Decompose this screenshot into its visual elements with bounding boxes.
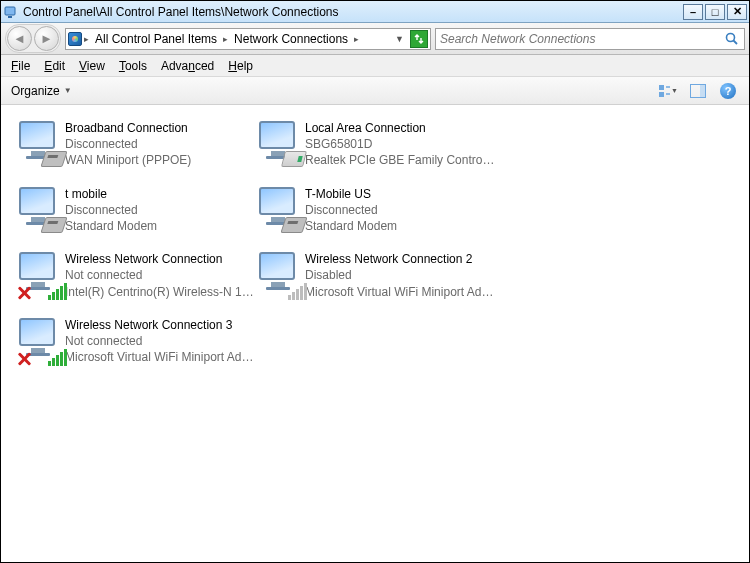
- connection-item[interactable]: Wireless Network Connection 3Not connect…: [17, 316, 257, 366]
- connection-name: Local Area Connection: [305, 120, 495, 136]
- connection-item[interactable]: Broadband ConnectionDisconnectedWAN Mini…: [17, 119, 257, 169]
- connection-item[interactable]: T-Mobile USDisconnectedStandard Modem: [257, 185, 497, 235]
- svg-rect-1: [8, 16, 12, 18]
- connection-status: Disconnected: [305, 202, 397, 218]
- svg-rect-9: [700, 85, 705, 97]
- connection-status: SBG65801D: [305, 136, 495, 152]
- navigation-row: ◄ ► ▸ All Control Panel Items ▸ Network …: [1, 23, 749, 55]
- command-bar: Organize ▼ ▼ ?: [1, 77, 749, 105]
- menu-file[interactable]: File: [11, 59, 30, 73]
- connection-status: Disconnected: [65, 202, 157, 218]
- window-title: Control Panel\All Control Panel Items\Ne…: [23, 5, 683, 19]
- svg-line-3: [734, 40, 738, 44]
- connection-status: Not connected: [65, 267, 255, 283]
- connection-device: Microsoft Virtual WiFi Miniport Adapt...: [65, 349, 255, 365]
- connection-name: t mobile: [65, 186, 157, 202]
- chevron-down-icon: ▼: [64, 86, 72, 95]
- connection-name: Wireless Network Connection 3: [65, 317, 255, 333]
- breadcrumb-segment[interactable]: All Control Panel Items: [91, 32, 221, 46]
- connection-device: Realtek PCIe GBE Family Controller: [305, 152, 495, 168]
- error-x-icon: [17, 352, 31, 366]
- breadcrumb-segment[interactable]: Network Connections: [230, 32, 352, 46]
- help-button[interactable]: ?: [717, 81, 739, 101]
- connection-icon: [17, 119, 65, 167]
- connection-device: Standard Modem: [65, 218, 157, 234]
- connection-status: Not connected: [65, 333, 255, 349]
- connection-icon: [17, 250, 65, 298]
- refresh-button[interactable]: [410, 30, 428, 48]
- minimize-button[interactable]: –: [683, 4, 703, 20]
- search-input[interactable]: [440, 32, 724, 46]
- connection-name: Broadband Connection: [65, 120, 191, 136]
- close-button[interactable]: ✕: [727, 4, 747, 20]
- search-box[interactable]: [435, 28, 745, 50]
- connection-item[interactable]: Wireless Network Connection 2DisabledMic…: [257, 250, 497, 300]
- organize-label: Organize: [11, 84, 60, 98]
- svg-point-2: [727, 33, 735, 41]
- svg-rect-5: [659, 92, 664, 97]
- control-panel-icon: [68, 32, 82, 46]
- maximize-button[interactable]: □: [705, 4, 725, 20]
- organize-button[interactable]: Organize ▼: [11, 84, 72, 98]
- connection-item[interactable]: Local Area ConnectionSBG65801DRealtek PC…: [257, 119, 497, 169]
- menu-tools[interactable]: Tools: [119, 59, 147, 73]
- connection-device: Intel(R) Centrino(R) Wireless-N 1000: [65, 284, 255, 300]
- menu-help[interactable]: Help: [228, 59, 253, 73]
- menu-view[interactable]: View: [79, 59, 105, 73]
- address-bar[interactable]: ▸ All Control Panel Items ▸ Network Conn…: [65, 28, 431, 50]
- connection-device: Microsoft Virtual WiFi Miniport Adapter: [305, 284, 495, 300]
- search-icon[interactable]: [724, 31, 740, 47]
- chevron-right-icon[interactable]: ▸: [221, 34, 230, 44]
- connection-name: Wireless Network Connection 2: [305, 251, 495, 267]
- connection-name: Wireless Network Connection: [65, 251, 255, 267]
- connection-device: WAN Miniport (PPPOE): [65, 152, 191, 168]
- connections-list: Broadband ConnectionDisconnectedWAN Mini…: [1, 105, 749, 387]
- connection-icon: [257, 250, 305, 298]
- connection-icon: [17, 185, 65, 233]
- menu-advanced[interactable]: Advanced: [161, 59, 214, 73]
- back-button[interactable]: ◄: [7, 26, 32, 51]
- connection-icon: [257, 119, 305, 167]
- menu-bar: File Edit View Tools Advanced Help: [1, 55, 749, 77]
- connection-item[interactable]: Wireless Network ConnectionNot connected…: [17, 250, 257, 300]
- system-icon: [3, 4, 19, 20]
- svg-rect-4: [659, 85, 664, 90]
- connection-icon: [257, 185, 305, 233]
- svg-rect-0: [5, 7, 15, 15]
- help-icon: ?: [720, 83, 736, 99]
- view-options-button[interactable]: ▼: [657, 81, 679, 101]
- address-dropdown-icon[interactable]: ▼: [392, 34, 407, 44]
- preview-pane-button[interactable]: [687, 81, 709, 101]
- chevron-right-icon[interactable]: ▸: [352, 34, 361, 44]
- connection-status: Disconnected: [65, 136, 191, 152]
- connection-item[interactable]: t mobileDisconnectedStandard Modem: [17, 185, 257, 235]
- connection-status: Disabled: [305, 267, 495, 283]
- connection-name: T-Mobile US: [305, 186, 397, 202]
- connection-icon: [17, 316, 65, 364]
- error-x-icon: [17, 286, 31, 300]
- title-bar: Control Panel\All Control Panel Items\Ne…: [1, 1, 749, 23]
- forward-button[interactable]: ►: [34, 26, 59, 51]
- menu-edit[interactable]: Edit: [44, 59, 65, 73]
- connection-device: Standard Modem: [305, 218, 397, 234]
- chevron-right-icon: ▸: [82, 34, 91, 44]
